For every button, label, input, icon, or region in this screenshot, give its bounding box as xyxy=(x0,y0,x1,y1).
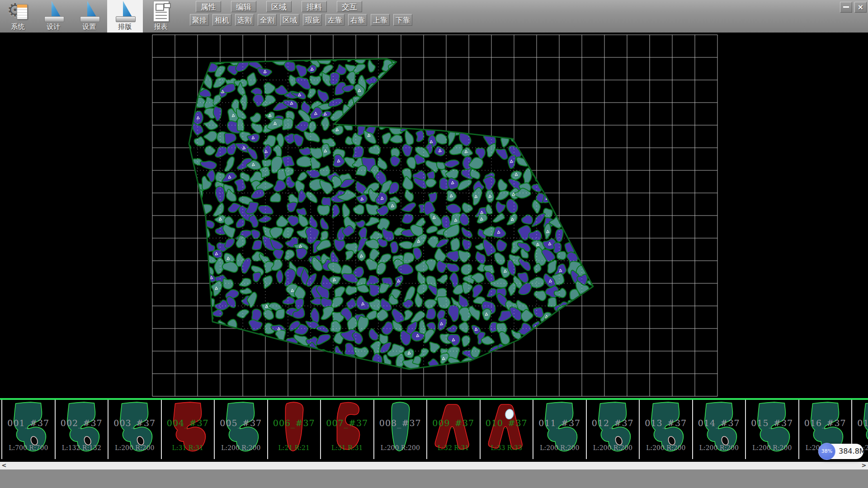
app-tab-report[interactable]: 报表 xyxy=(143,0,179,33)
tool-snap-right[interactable]: 右靠 xyxy=(348,14,367,26)
tool-cut-all[interactable]: 全割 xyxy=(258,14,277,26)
tool-camera[interactable]: 相机 xyxy=(212,14,231,26)
piece-lr-count: L:200 R:200 xyxy=(640,444,692,451)
app-tab-system[interactable]: ⚙系统 xyxy=(0,0,36,33)
piece-name: 016_#37 xyxy=(799,418,852,428)
menu-region[interactable]: 区域 xyxy=(266,1,292,12)
piece-lr-count: L:200 R:200 xyxy=(533,444,586,451)
tool-cluster-nest[interactable]: 聚排 xyxy=(190,14,209,26)
set-square-icon xyxy=(43,1,65,22)
tool-region[interactable]: 区域 xyxy=(280,14,299,26)
piece-name: 004_#37 xyxy=(162,418,214,428)
set-square-icon xyxy=(79,1,100,22)
memory-value: 384.8M xyxy=(839,444,866,459)
piece-name: 001_#37 xyxy=(2,418,55,428)
app-tab-label: 设置 xyxy=(83,22,96,31)
piece-thumbnail[interactable]: 005_#37L:200 R:200 xyxy=(215,400,268,459)
piece-thumbnail[interactable]: 006_#37L:21 R:21 xyxy=(268,400,321,459)
piece-thumbnail[interactable]: 009_#37L:32 R:31 xyxy=(427,400,481,459)
scroll-right-button[interactable]: > xyxy=(860,462,868,469)
memory-status-badge: 38% 384.8M xyxy=(818,444,863,459)
piece-lr-count: L:32 R:31 xyxy=(427,444,480,451)
piece-name: 015_#37 xyxy=(746,418,798,428)
nesting-canvas[interactable] xyxy=(0,33,868,398)
tool-snap-left[interactable]: 左靠 xyxy=(326,14,344,26)
piece-lr-count: L:200 R:200 xyxy=(374,444,427,451)
menu-edit[interactable]: 编辑 xyxy=(231,1,256,12)
window-bottom-strip xyxy=(0,469,868,488)
piece-name: 003_#37 xyxy=(108,418,161,428)
piece-thumbnail[interactable]: 015_#37L:200 R:200 xyxy=(746,400,799,459)
minimize-icon xyxy=(843,6,849,8)
piece-name: 006_#37 xyxy=(268,418,321,428)
piece-lr-count: L:200 R:200 xyxy=(693,444,745,451)
piece-lr-count: L:200 R:200 xyxy=(746,444,798,451)
app-tab-label: 设计 xyxy=(47,22,61,31)
piece-name: 012_#37 xyxy=(587,418,639,428)
minimize-button[interactable] xyxy=(840,2,852,13)
tool-select-cut[interactable]: 选割 xyxy=(235,14,254,26)
app-tab-label: 系统 xyxy=(11,22,25,31)
app-tab-design[interactable]: 设计 xyxy=(36,0,71,33)
menu-interaction[interactable]: 交互 xyxy=(337,1,362,12)
horizontal-scrollbar[interactable]: < > xyxy=(0,462,868,469)
piece-thumbnail[interactable]: 014_#37L:200 R:200 xyxy=(693,400,746,459)
piece-lr-count: L:700 R:700 xyxy=(2,444,55,451)
scroll-left-button[interactable]: < xyxy=(0,462,8,469)
piece-thumbnail[interactable]: 001_#37L:700 R:700 xyxy=(1,400,56,459)
app-tab-label: 排版 xyxy=(118,22,132,31)
main-toolbar: ⚙系统设计设置排版报表 属性编辑区域排料交互 聚排相机选割全割区域瑕疵左靠右靠上… xyxy=(0,0,868,33)
close-button[interactable]: × xyxy=(854,2,867,13)
tool-snap-up[interactable]: 上靠 xyxy=(371,14,390,26)
gear-icon: ⚙ xyxy=(7,1,29,22)
canvas-svg xyxy=(0,33,868,398)
app-tab-row: ⚙系统设计设置排版报表 xyxy=(0,0,179,33)
piece-thumbnail[interactable]: 011_#37L:200 R:200 xyxy=(533,400,587,459)
piece-name: 017_#37 xyxy=(852,418,868,428)
window-controls: × xyxy=(840,2,867,13)
app-tab-settings[interactable]: 设置 xyxy=(71,0,107,33)
tool-row: 聚排相机选割全割区域瑕疵左靠右靠上靠下靠 xyxy=(190,14,412,26)
piece-lr-count: L:200 R:200 xyxy=(108,444,161,451)
menu-row: 属性编辑区域排料交互 xyxy=(196,1,362,12)
piece-lr-count: L:31 R:31 xyxy=(162,444,214,451)
menu-properties[interactable]: 属性 xyxy=(196,1,221,12)
piece-thumbnail[interactable]: 004_#37L:31 R:31 xyxy=(162,400,215,459)
report-icon xyxy=(150,1,172,22)
piece-thumbnail[interactable]: 007_#37L:31 R:31 xyxy=(321,400,374,459)
piece-lr-count: L:132 R:132 xyxy=(56,444,108,451)
menu-nesting[interactable]: 排料 xyxy=(302,1,327,12)
piece-thumbnail[interactable]: 010_#37L:33 R:33 xyxy=(481,400,534,459)
piece-name: 007_#37 xyxy=(321,418,373,428)
tool-snap-down[interactable]: 下靠 xyxy=(393,14,412,26)
piece-lr-count: L:200 R:200 xyxy=(587,444,639,451)
piece-name: 002_#37 xyxy=(56,418,108,428)
piece-lr-count: L:31 R:31 xyxy=(321,444,373,451)
piece-thumbnail[interactable]: 008_#37L:200 R:200 xyxy=(374,400,428,459)
piece-name: 013_#37 xyxy=(640,418,692,428)
piece-lr-count: L:200 R:200 xyxy=(215,444,267,451)
piece-thumbnail[interactable]: 003_#37L:200 R:200 xyxy=(108,400,162,459)
app-tab-label: 报表 xyxy=(154,22,168,31)
progress-circle: 38% xyxy=(818,443,835,460)
piece-name: 011_#37 xyxy=(533,418,586,428)
piece-lr-count: L:33 R:33 xyxy=(481,444,533,451)
piece-thumbnail[interactable]: 012_#37L:200 R:200 xyxy=(587,400,640,459)
set-square-icon xyxy=(114,1,136,22)
piece-lr-count: L:21 R:21 xyxy=(268,444,321,451)
piece-thumbnail[interactable]: 013_#37L:200 R:200 xyxy=(640,400,693,459)
piece-thumbnail-strip: 001_#37L:700 R:700002_#37L:132 R:132003_… xyxy=(0,398,868,460)
piece-name: 010_#37 xyxy=(481,418,533,428)
tool-defect[interactable]: 瑕疵 xyxy=(303,14,322,26)
piece-thumbnail[interactable]: 002_#37L:132 R:132 xyxy=(56,400,109,459)
piece-name: 014_#37 xyxy=(693,418,745,428)
close-icon: × xyxy=(858,3,863,11)
app-tab-layout[interactable]: 排版 xyxy=(107,0,143,33)
piece-name: 005_#37 xyxy=(215,418,267,428)
piece-name: 009_#37 xyxy=(427,418,480,428)
piece-name: 008_#37 xyxy=(374,418,427,428)
